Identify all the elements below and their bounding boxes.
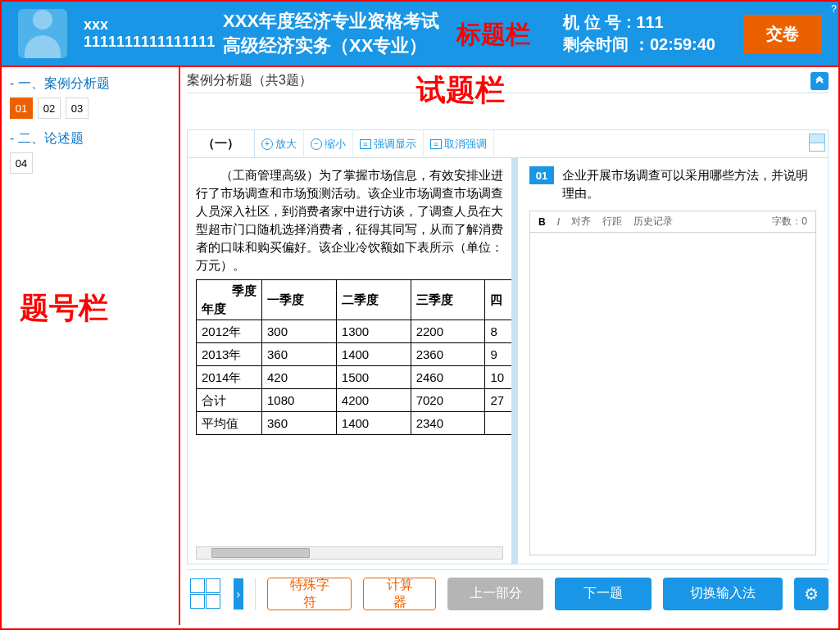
answer-pane: 01 企业开展市场调查可以采用哪些方法，并说明理由。 B I 对齐 行距 历史记…	[518, 158, 828, 564]
passage-pane: （工商管理高级）为了掌握市场信息，有效安排业进行了市场调查和市场预测活动。该企业…	[188, 158, 511, 564]
layout-grid-icon[interactable]	[190, 578, 220, 609]
remaining-time: 剩余时间 ：02:59:40	[563, 34, 715, 56]
vertical-splitter[interactable]	[511, 158, 518, 564]
collapse-icon[interactable]	[810, 72, 829, 90]
question-panel: 案例分析题（共3题） 试题栏 （一） +放大 −缩小 ≡强调显示 ≡取消强调 （…	[180, 67, 838, 625]
question-num-01[interactable]: 01	[10, 97, 33, 119]
minus-icon: −	[311, 138, 322, 150]
annotation-number-panel: 题号栏	[20, 288, 108, 329]
annotation-question-panel: 试题栏	[416, 70, 505, 111]
answer-editor[interactable]	[529, 232, 816, 555]
highlight-icon: ≡	[360, 139, 371, 149]
italic-button[interactable]: I	[557, 216, 560, 228]
section2-label[interactable]: 二、论述题	[10, 130, 170, 147]
panel-toggle-icon[interactable]: ›	[234, 578, 243, 610]
calculator-button[interactable]: 计算器	[363, 578, 435, 610]
gear-icon: ⚙	[804, 584, 819, 604]
exam-name-line1: XXX年度经济专业资格考试	[223, 9, 439, 34]
question-num-03[interactable]: 03	[66, 97, 89, 119]
section-heading: 案例分析题（共3题）	[187, 72, 312, 89]
avatar	[18, 9, 67, 58]
next-question-button[interactable]: 下一题	[555, 578, 651, 610]
horizontal-scrollbar[interactable]	[196, 546, 503, 560]
exam-name-line2: 高级经济实务（XX专业）	[223, 34, 439, 58]
passage-text: （工商管理高级）为了掌握市场信息，有效安排业进行了市场调查和市场预测活动。该企业…	[196, 166, 503, 274]
seat-number: 机 位 号 : 111	[563, 11, 715, 34]
subquestion-number: 01	[529, 166, 554, 184]
prev-section-button[interactable]: 上一部分	[447, 578, 543, 610]
switch-ime-button[interactable]: 切换输入法	[663, 578, 783, 610]
word-count: 字数：0	[772, 215, 807, 229]
username: xxx	[84, 16, 215, 34]
subquestion-text: 企业开展市场调查可以采用哪些方法，并说明理由。	[562, 166, 816, 202]
title-bar: xxx 1111111111111111 XXX年度经济专业资格考试 高级经济实…	[2, 2, 838, 67]
editor-toolbar: B I 对齐 行距 历史记录 字数：0	[529, 211, 816, 232]
question-number-panel: 一、案例分析题 01 02 03 二、论述题 04 题号栏	[2, 67, 180, 625]
question-num-04[interactable]: 04	[10, 152, 33, 174]
zoom-out-button[interactable]: −缩小	[304, 130, 353, 157]
bold-button[interactable]: B	[538, 216, 546, 228]
highlight-button[interactable]: ≡强调显示	[353, 130, 424, 157]
question-toolbar: （一） +放大 −缩小 ≡强调显示 ≡取消强调	[188, 130, 828, 158]
question-num-02[interactable]: 02	[38, 97, 61, 119]
plus-icon: +	[261, 138, 273, 150]
section1-label[interactable]: 一、案例分析题	[10, 75, 170, 93]
split-layout-icon[interactable]	[809, 134, 825, 152]
help-icon[interactable]: ?	[831, 3, 837, 15]
passage-tab[interactable]: （一）	[188, 130, 255, 157]
user-id: 1111111111111111	[84, 34, 215, 51]
bottom-toolbar: › 特殊字符 计算器 上一部分 下一题 切换输入法 ⚙	[187, 569, 829, 617]
zoom-in-button[interactable]: +放大	[255, 130, 304, 157]
lineheight-button[interactable]: 行距	[602, 215, 622, 229]
special-char-button[interactable]: 特殊字符	[267, 578, 352, 610]
annotation-title-bar: 标题栏	[456, 18, 530, 52]
align-button[interactable]: 对齐	[571, 215, 591, 229]
history-button[interactable]: 历史记录	[633, 215, 673, 229]
clear-highlight-button[interactable]: ≡取消强调	[424, 130, 494, 157]
clear-highlight-icon: ≡	[430, 139, 442, 149]
submit-exam-button[interactable]: 交卷	[743, 15, 822, 53]
data-table: 季度年度 一季度二季度三季度四 2012年300130022008 2013年3…	[196, 279, 511, 435]
settings-button[interactable]: ⚙	[794, 578, 829, 610]
